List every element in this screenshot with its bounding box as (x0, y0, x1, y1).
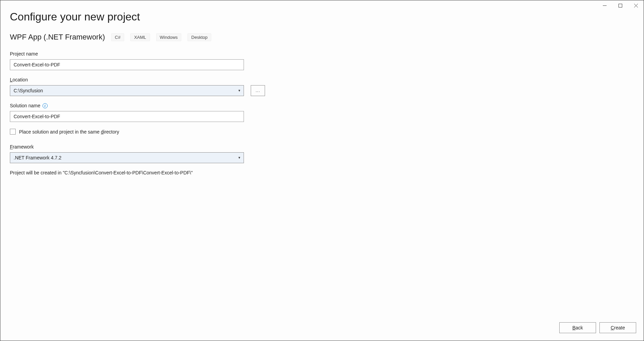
minimize-icon (603, 4, 607, 7)
project-name-group: Project name (10, 51, 634, 70)
same-directory-row: Place solution and project in the same d… (10, 129, 634, 135)
create-button[interactable]: Create (599, 322, 636, 333)
solution-name-group: Solution name i (10, 103, 634, 122)
project-name-label: Project name (10, 51, 634, 57)
svg-rect-1 (618, 4, 622, 7)
chevron-down-icon: ▼ (238, 89, 241, 92)
window-titlebar (597, 0, 644, 11)
location-group: Location C:\Syncfusion ▼ ... (10, 77, 634, 96)
framework-combo[interactable]: .NET Framework 4.7.2 ▼ (10, 152, 244, 163)
location-combo[interactable]: C:\Syncfusion ▼ (10, 85, 244, 96)
tag-windows: Windows (156, 33, 182, 41)
browse-location-button[interactable]: ... (251, 85, 265, 96)
chevron-down-icon: ▼ (238, 156, 241, 159)
back-button[interactable]: Back (559, 322, 596, 333)
footer-buttons: Back Create (559, 322, 636, 333)
tag-xaml: XAML (130, 33, 150, 41)
project-path-info: Project will be created in "C:\Syncfusio… (10, 170, 634, 175)
framework-value: .NET Framework 4.7.2 (14, 155, 62, 160)
tag-desktop: Desktop (187, 33, 211, 41)
project-type-name: WPF App (.NET Framework) (10, 33, 105, 42)
close-icon (634, 4, 638, 7)
tag-csharp: C# (111, 33, 125, 41)
close-button[interactable] (628, 0, 644, 11)
location-value: C:\Syncfusion (14, 88, 43, 93)
page-title: Configure your new project (10, 11, 634, 23)
maximize-icon (618, 4, 622, 7)
maximize-button[interactable] (612, 0, 628, 11)
main-content: Configure your new project WPF App (.NET… (0, 0, 644, 186)
project-type-row: WPF App (.NET Framework) C# XAML Windows… (10, 33, 634, 42)
location-label: Location (10, 77, 634, 82)
info-icon[interactable]: i (43, 103, 48, 108)
project-name-input[interactable] (10, 59, 244, 70)
framework-label: Framework (10, 144, 634, 150)
same-directory-checkbox[interactable] (10, 129, 16, 135)
same-directory-label: Place solution and project in the same d… (19, 129, 119, 135)
minimize-button[interactable] (597, 0, 612, 11)
solution-name-input[interactable] (10, 111, 244, 122)
framework-group: Framework .NET Framework 4.7.2 ▼ (10, 144, 634, 163)
solution-name-label: Solution name i (10, 103, 634, 108)
